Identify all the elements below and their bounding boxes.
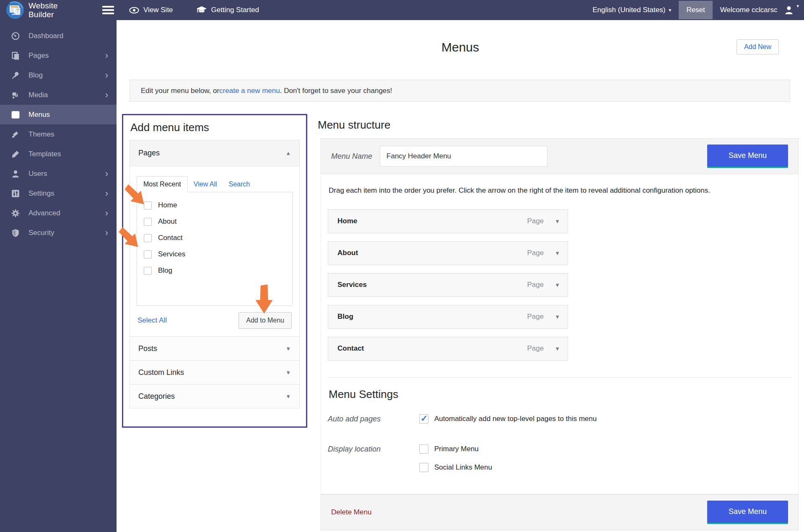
checkbox-primary-menu[interactable] <box>419 444 428 454</box>
sidebar-item-blog[interactable]: Blog › <box>0 65 117 85</box>
accordion-custom-links-header[interactable]: Custom Links ▼ <box>130 360 299 384</box>
checkbox-label[interactable]: Services <box>158 250 185 258</box>
chevron-right-icon: › <box>105 52 108 60</box>
checkbox-label[interactable]: About <box>158 217 176 226</box>
primary-menu-option: Primary Menu <box>419 444 492 454</box>
view-site-label: View Site <box>143 6 173 14</box>
view-site-link[interactable]: View Site <box>129 6 173 14</box>
menu-item-label: About <box>337 249 358 257</box>
menu-item-row-about[interactable]: About Page ▼ <box>328 241 568 265</box>
page-option-home: Home <box>144 201 285 209</box>
menu-item-label: Contact <box>337 344 364 353</box>
sidebar-item-label: Advanced <box>29 209 60 217</box>
checkbox-contact[interactable] <box>144 234 152 242</box>
checkbox-label[interactable]: Contact <box>158 234 183 242</box>
reset-button[interactable]: Reset <box>679 1 712 19</box>
brand-logo[interactable]: Website Builder <box>0 1 96 19</box>
tab-most-recent[interactable]: Most Recent <box>137 176 188 192</box>
menu-name-input[interactable] <box>380 146 547 167</box>
tab-view-all[interactable]: View All <box>188 177 223 192</box>
delete-menu-link[interactable]: Delete Menu <box>331 508 371 517</box>
add-new-button[interactable]: Add New <box>737 39 779 54</box>
expand-triangle-icon: ▼ <box>285 369 291 376</box>
menu-item-row-blog[interactable]: Blog Page ▼ <box>328 305 568 329</box>
chevron-right-icon: › <box>105 71 108 80</box>
menu-structure-panel: Menu Name Save Menu Drag each item into … <box>321 138 799 530</box>
menu-item-row-services[interactable]: Services Page ▼ <box>328 273 568 297</box>
sidebar-item-label: Users <box>29 170 47 178</box>
create-new-menu-link[interactable]: create a new menu <box>219 87 280 95</box>
topbar-right: English (United States) ▾ Reset Welcome … <box>592 1 804 19</box>
sidebar-item-themes[interactable]: Themes <box>0 124 117 144</box>
menu-item-label: Home <box>337 217 357 225</box>
accordion-pages-header[interactable]: Pages ▲ <box>130 140 299 166</box>
save-menu-button-top[interactable]: Save Menu <box>707 145 788 168</box>
checkbox-label[interactable]: Blog <box>158 266 172 275</box>
add-to-menu-button[interactable]: Add to Menu <box>239 312 292 329</box>
language-selector[interactable]: English (United States) ▾ <box>592 6 671 14</box>
menu-item-row-contact[interactable]: Contact Page ▼ <box>328 337 568 361</box>
add-menu-items-title: Add menu items <box>130 121 300 134</box>
checkbox-about[interactable] <box>144 218 152 226</box>
notice-text-post: . Don't forget to save your changes! <box>280 87 392 95</box>
website-builder-app: Website Builder View Site Getting Starte… <box>0 0 804 532</box>
sidebar-item-templates[interactable]: Templates <box>0 144 117 164</box>
user-icon <box>11 170 20 178</box>
tab-search[interactable]: Search <box>223 177 256 192</box>
menu-name-bar: Menu Name Save Menu <box>321 138 799 174</box>
user-avatar-icon[interactable] <box>784 5 794 15</box>
social-links-menu-label[interactable]: Social Links Menu <box>434 463 492 472</box>
checkbox-auto-add[interactable] <box>419 414 428 424</box>
save-menu-button-bottom[interactable]: Save Menu <box>707 501 788 524</box>
checkbox-services[interactable] <box>144 251 152 258</box>
sliders-icon <box>11 189 20 198</box>
menu-item-type: Page <box>527 249 544 257</box>
pushpin-icon <box>11 71 20 80</box>
checkbox-label[interactable]: Home <box>158 201 177 209</box>
getting-started-label: Getting Started <box>211 6 259 14</box>
user-menu-caret-icon[interactable]: ▾ <box>796 3 799 9</box>
page-option-blog: Blog <box>144 266 285 275</box>
menu-item-row-home[interactable]: Home Page ▼ <box>328 209 568 233</box>
menu-name-label: Menu Name <box>331 152 372 161</box>
eye-icon <box>129 7 139 14</box>
media-icon <box>11 91 20 99</box>
sidebar-item-security[interactable]: Security › <box>0 223 117 243</box>
structure-instruction: Drag each item into the order you prefer… <box>329 184 744 197</box>
accordion-posts-label: Posts <box>138 344 157 353</box>
sidebar-item-label: Themes <box>29 130 54 139</box>
sidebar-item-media[interactable]: Media › <box>0 85 117 105</box>
add-menu-items-panel: Add menu items Pages ▲ Most Recent View … <box>122 114 307 428</box>
accordion-posts-header[interactable]: Posts ▼ <box>130 336 299 360</box>
auto-add-option-label[interactable]: Automatically add new top-level pages to… <box>434 415 597 423</box>
sidebar-item-label: Pages <box>29 52 49 60</box>
checkbox-home[interactable] <box>144 201 152 209</box>
item-options-triangle-icon[interactable]: ▼ <box>555 314 560 320</box>
sidebar-item-label: Security <box>29 229 54 237</box>
sidebar-item-users[interactable]: Users › <box>0 164 117 183</box>
chevron-right-icon: › <box>105 189 108 198</box>
auto-add-pages-label: Auto add pages <box>328 414 419 433</box>
primary-menu-label[interactable]: Primary Menu <box>434 445 479 453</box>
sidebar-item-advanced[interactable]: Advanced › <box>0 203 117 223</box>
checkbox-social-links-menu[interactable] <box>419 463 428 472</box>
getting-started-link[interactable]: Getting Started <box>197 6 259 14</box>
item-options-triangle-icon[interactable]: ▼ <box>555 282 560 288</box>
sidebar-item-dashboard[interactable]: Dashboard <box>0 26 117 46</box>
display-location-row: Display location Primary Menu Social Lin… <box>328 444 791 481</box>
sidebar-item-pages[interactable]: Pages › <box>0 46 117 65</box>
sidebar-item-settings[interactable]: Settings › <box>0 183 117 203</box>
accordion-categories-header[interactable]: Categories ▼ <box>130 384 299 408</box>
sidebar-item-menus[interactable]: Menus <box>0 105 117 124</box>
auto-add-pages-row: Auto add pages Automatically add new top… <box>328 414 791 433</box>
menu-item-type: Page <box>527 281 544 289</box>
menu-toggle-icon[interactable] <box>102 4 115 16</box>
checkbox-blog[interactable] <box>144 267 152 275</box>
select-all-link[interactable]: Select All <box>137 316 167 325</box>
item-options-triangle-icon[interactable]: ▼ <box>555 346 560 352</box>
chevron-right-icon: › <box>105 209 108 217</box>
item-options-triangle-icon[interactable]: ▼ <box>555 218 560 225</box>
item-options-triangle-icon[interactable]: ▼ <box>555 250 560 256</box>
menu-item-type: Page <box>527 217 544 225</box>
dashboard-gauge-icon <box>11 32 20 40</box>
